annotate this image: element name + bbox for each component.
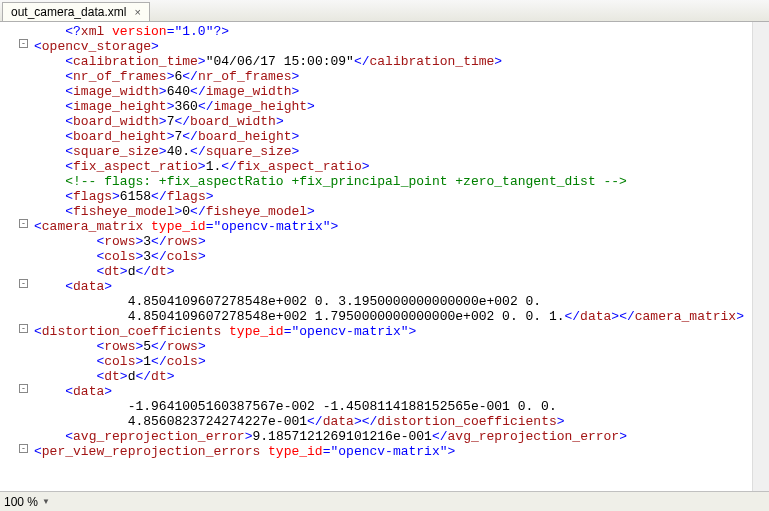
code-content: <camera_matrix type_id="opencv-matrix"> (32, 219, 769, 234)
code-line[interactable]: <nr_of_frames>6</nr_of_frames> (0, 69, 769, 84)
code-line[interactable]: <!-- flags: +fix_aspectRatio +fix_princi… (0, 174, 769, 189)
code-content: <board_width>7</board_width> (32, 114, 769, 129)
code-content: <data> (32, 279, 769, 294)
code-content: <!-- flags: +fix_aspectRatio +fix_princi… (32, 174, 769, 189)
tab-filename: out_camera_data.xml (11, 5, 126, 19)
code-content: <rows>5</rows> (32, 339, 769, 354)
close-icon[interactable]: × (132, 7, 142, 18)
code-editor[interactable]: <?xml version="1.0"?>-<opencv_storage> <… (0, 22, 769, 491)
fold-toggle-icon[interactable]: - (19, 39, 28, 48)
code-content: <opencv_storage> (32, 39, 769, 54)
code-line[interactable]: 4.8560823724274227e-001</data></distorti… (0, 414, 769, 429)
gutter: - (0, 279, 32, 288)
code-content: <nr_of_frames>6</nr_of_frames> (32, 69, 769, 84)
code-line[interactable]: <rows>5</rows> (0, 339, 769, 354)
code-content: <fix_aspect_ratio>1.</fix_aspect_ratio> (32, 159, 769, 174)
code-line[interactable]: <calibration_time>"04/06/17 15:00:09"</c… (0, 54, 769, 69)
fold-toggle-icon[interactable]: - (19, 384, 28, 393)
code-content: <image_height>360</image_height> (32, 99, 769, 114)
gutter: - (0, 324, 32, 333)
vertical-scrollbar[interactable] (752, 22, 769, 491)
code-line[interactable]: <image_width>640</image_width> (0, 84, 769, 99)
code-content: <fisheye_model>0</fisheye_model> (32, 204, 769, 219)
fold-toggle-icon[interactable]: - (19, 444, 28, 453)
code-line[interactable]: <board_height>7</board_height> (0, 129, 769, 144)
status-bar: 100 % ▼ (0, 491, 769, 511)
fold-toggle-icon[interactable]: - (19, 219, 28, 228)
code-content: 4.8504109607278548e+002 1.79500000000000… (32, 309, 769, 324)
code-line[interactable]: <image_height>360</image_height> (0, 99, 769, 114)
code-line[interactable]: -1.9641005160387567e-002 -1.450811418815… (0, 399, 769, 414)
code-line[interactable]: 4.8504109607278548e+002 1.79500000000000… (0, 309, 769, 324)
gutter: - (0, 219, 32, 228)
code-content: <distortion_coefficients type_id="opencv… (32, 324, 769, 339)
code-content: <flags>6158</flags> (32, 189, 769, 204)
code-content: 4.8504109607278548e+002 0. 3.19500000000… (32, 294, 769, 309)
code-line[interactable]: <square_size>40.</square_size> (0, 144, 769, 159)
code-content: <rows>3</rows> (32, 234, 769, 249)
gutter: - (0, 444, 32, 453)
code-content: <data> (32, 384, 769, 399)
code-content: <cols>3</cols> (32, 249, 769, 264)
code-content: <board_height>7</board_height> (32, 129, 769, 144)
code-content: 4.8560823724274227e-001</data></distorti… (32, 414, 769, 429)
zoom-value: 100 % (4, 495, 38, 509)
code-content: <cols>1</cols> (32, 354, 769, 369)
code-line[interactable]: <flags>6158</flags> (0, 189, 769, 204)
fold-toggle-icon[interactable]: - (19, 324, 28, 333)
gutter: - (0, 39, 32, 48)
code-line[interactable]: <cols>1</cols> (0, 354, 769, 369)
code-line[interactable]: <board_width>7</board_width> (0, 114, 769, 129)
code-content: -1.9641005160387567e-002 -1.450811418815… (32, 399, 769, 414)
code-content: <calibration_time>"04/06/17 15:00:09"</c… (32, 54, 769, 69)
code-line[interactable]: - <data> (0, 279, 769, 294)
code-line[interactable]: - <data> (0, 384, 769, 399)
gutter: - (0, 384, 32, 393)
code-line[interactable]: <rows>3</rows> (0, 234, 769, 249)
tab-bar: out_camera_data.xml × (0, 0, 769, 22)
code-line[interactable]: <avg_reprojection_error>9.18571212691012… (0, 429, 769, 444)
zoom-control[interactable]: 100 % ▼ (4, 495, 52, 509)
chevron-down-icon: ▼ (40, 497, 52, 506)
code-line[interactable]: -<opencv_storage> (0, 39, 769, 54)
code-content: <dt>d</dt> (32, 369, 769, 384)
code-line[interactable]: <fisheye_model>0</fisheye_model> (0, 204, 769, 219)
code-line[interactable]: -<distortion_coefficients type_id="openc… (0, 324, 769, 339)
code-line[interactable]: 4.8504109607278548e+002 0. 3.19500000000… (0, 294, 769, 309)
code-content: <dt>d</dt> (32, 264, 769, 279)
code-line[interactable]: -<per_view_reprojection_errors type_id="… (0, 444, 769, 459)
code-content: <image_width>640</image_width> (32, 84, 769, 99)
code-line[interactable]: <dt>d</dt> (0, 264, 769, 279)
code-content: <per_view_reprojection_errors type_id="o… (32, 444, 769, 459)
code-content: <square_size>40.</square_size> (32, 144, 769, 159)
fold-toggle-icon[interactable]: - (19, 279, 28, 288)
code-line[interactable]: <fix_aspect_ratio>1.</fix_aspect_ratio> (0, 159, 769, 174)
code-line[interactable]: <?xml version="1.0"?> (0, 24, 769, 39)
code-content: <avg_reprojection_error>9.18571212691012… (32, 429, 769, 444)
tab-file[interactable]: out_camera_data.xml × (2, 2, 150, 21)
code-line[interactable]: <dt>d</dt> (0, 369, 769, 384)
code-line[interactable]: -<camera_matrix type_id="opencv-matrix"> (0, 219, 769, 234)
code-line[interactable]: <cols>3</cols> (0, 249, 769, 264)
code-content: <?xml version="1.0"?> (32, 24, 769, 39)
